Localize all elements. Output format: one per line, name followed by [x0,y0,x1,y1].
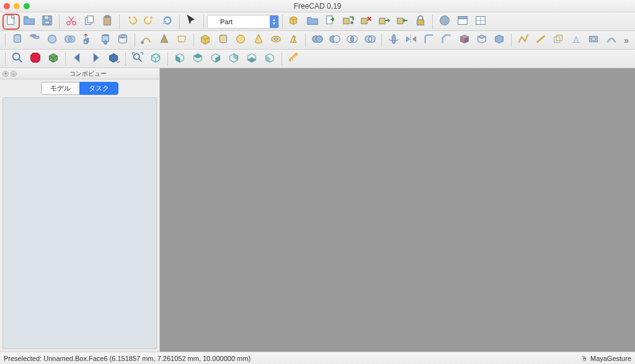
shell-button[interactable] [473,32,490,48]
cut-button[interactable] [63,14,80,30]
maximize-icon[interactable] [24,3,30,9]
edge-icon [534,32,548,48]
lock-button[interactable] [412,14,429,30]
status-nav-style[interactable]: MayaGesture [590,355,631,362]
part-workbench-icon [210,18,218,25]
bool-cut-button[interactable] [326,32,343,48]
toolbar-separator [511,33,512,47]
sphere-p-button[interactable] [232,32,249,48]
export-button[interactable] [322,14,339,30]
torus-p-button[interactable] [267,32,284,48]
extrude-button[interactable] [79,32,95,48]
panel-close-icon[interactable]: × [2,71,9,77]
solid-icon [492,32,506,48]
loft-button[interactable] [173,32,190,48]
tab-task[interactable]: タスク [79,82,118,95]
cylinder-button[interactable] [9,32,25,48]
cone-p-button[interactable] [250,32,267,48]
sweep-button[interactable] [138,32,155,48]
cyl-join-button[interactable] [97,32,113,48]
undo-button[interactable] [123,14,140,30]
tab-model[interactable]: モデル [41,82,79,95]
paste-button[interactable] [99,14,116,30]
bool-union-button[interactable] [309,32,326,48]
wire-button[interactable] [515,32,531,48]
new-doc-button[interactable] [2,14,20,30]
box-link-button[interactable] [286,14,303,30]
nav-style-icon[interactable]: 🖱 [581,355,588,362]
window-button[interactable] [454,14,471,30]
tube-button[interactable] [114,32,131,48]
redo-button[interactable] [141,14,158,30]
thickness-button[interactable] [585,32,602,48]
sphere-p-icon [234,32,247,48]
sphere-button[interactable] [44,32,61,48]
arrow-left-button[interactable] [69,51,86,67]
edge-button[interactable] [532,32,549,48]
stop-button[interactable] [27,51,44,67]
svg-rect-3 [45,21,49,24]
svg-rect-0 [7,16,14,25]
save-doc-icon [40,14,54,29]
prism-p-button[interactable] [285,32,302,48]
lock-icon [414,14,427,29]
view-dd-button[interactable] [105,51,122,67]
measure-button[interactable] [285,51,303,67]
link-group-button[interactable] [340,14,357,30]
intersect-button[interactable] [61,32,78,48]
svg-point-22 [33,36,39,38]
svg-rect-10 [344,18,349,24]
track-button[interactable] [472,14,489,30]
arrow-right-button[interactable] [87,51,104,67]
rear-button[interactable] [225,51,242,67]
refresh-icon [161,14,174,29]
workbench-selector[interactable]: Part▲▼ [207,15,279,29]
tube-icon [116,32,130,48]
bool-xor-button[interactable] [362,32,378,48]
svg-point-50 [134,54,140,60]
right-button[interactable] [207,51,224,67]
save-doc-button[interactable] [38,14,56,30]
cone-shape-button[interactable] [156,32,172,48]
left-icon [263,51,277,66]
open-doc-button[interactable] [20,14,38,30]
viewport-3d[interactable] [160,68,635,352]
panel-undock-icon[interactable]: ⌵ [11,71,17,77]
project-button[interactable] [567,32,584,48]
chamfer-button[interactable] [438,32,455,48]
iso-button[interactable] [147,51,164,67]
sweep2-button[interactable] [603,32,619,48]
zoom-fit-button[interactable] [129,51,146,67]
svg-point-37 [316,36,322,43]
box-button[interactable] [197,32,214,48]
link-sel-button[interactable] [394,14,411,30]
link-var-button[interactable] [376,14,393,30]
refresh-button[interactable] [159,14,176,30]
top-button[interactable] [189,51,206,67]
bottom-button[interactable] [243,51,260,67]
copy-button[interactable] [81,14,98,30]
cyl-2-button[interactable] [26,32,43,48]
left-button[interactable] [261,51,278,67]
close-icon[interactable] [4,3,10,9]
link-break-button[interactable] [358,14,375,30]
toolbar-separator [179,15,180,29]
fillet-button[interactable] [420,32,437,48]
cylinder-p-button[interactable] [215,32,231,48]
solid-button[interactable] [491,32,508,48]
face-button[interactable] [456,32,473,48]
revolve-button[interactable] [385,32,402,48]
offset-button[interactable] [550,32,567,48]
nav-cube-button[interactable] [45,51,62,67]
color-pick-button[interactable] [436,14,453,30]
pointer-button[interactable] [183,14,200,30]
svg-rect-15 [417,20,424,25]
bool-intersect-button[interactable] [344,32,361,48]
mirror-button[interactable] [403,32,420,48]
combo-view-title: コンボビュー [17,69,159,78]
minimize-icon[interactable] [14,3,20,9]
front-button[interactable] [171,51,189,67]
toolbar-overflow-button[interactable]: » [620,35,633,45]
zoom-button[interactable] [9,51,26,67]
folder-button[interactable] [304,14,321,30]
